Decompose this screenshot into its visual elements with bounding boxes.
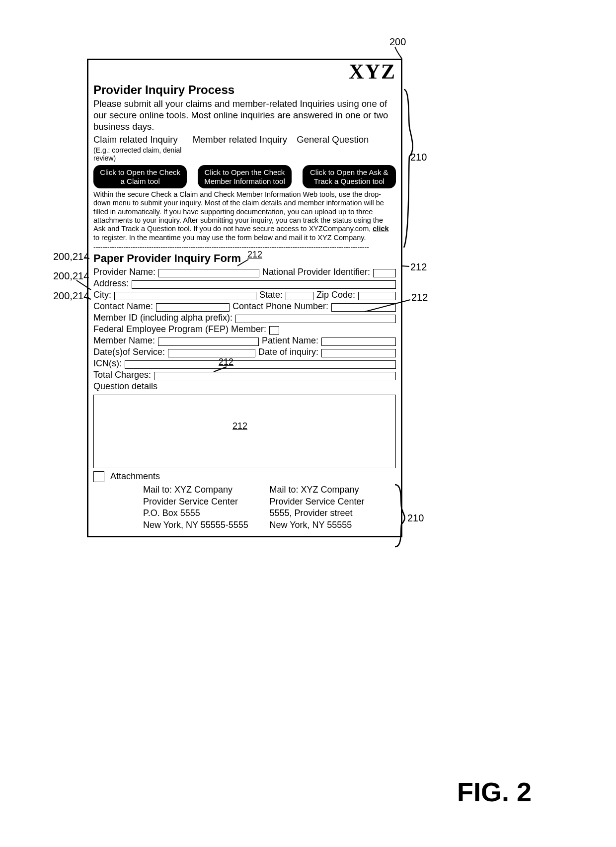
field-member-name[interactable] [158, 338, 259, 346]
field-dos[interactable] [168, 349, 255, 357]
ref-200-214-b: 200,214 [53, 270, 89, 282]
mail-col-b: Mail to: XYZ Company Provider Service Ce… [270, 484, 396, 531]
open-ask-track-button[interactable]: Click to Open the Ask & Track a Question… [303, 165, 396, 188]
register-link[interactable]: click [373, 225, 388, 233]
label-qdetails: Question details [93, 381, 157, 392]
mail-b4: New York, NY 55555 [270, 519, 396, 531]
mail-b2: Provider Service Center [270, 496, 396, 508]
mail-b1: Mail to: XYZ Company [270, 484, 396, 496]
figure-label: FIG. 2 [457, 776, 532, 807]
label-zip: Zip Code: [316, 290, 355, 300]
field-city[interactable] [114, 292, 256, 300]
ref-200-top: 200 [389, 36, 406, 48]
col-member-head: Member related Inquiry [193, 134, 292, 145]
field-zip[interactable] [358, 292, 396, 300]
open-check-member-button[interactable]: Click to Open the Check Member Informati… [198, 165, 291, 188]
ref-212-b: 212 [219, 357, 233, 367]
field-doi[interactable] [321, 349, 396, 357]
label-doi: Date of inquiry: [258, 347, 318, 357]
open-check-claim-button[interactable]: Click to Open the Check a Claim tool [93, 165, 187, 188]
logo-text: XYZ [93, 60, 396, 82]
field-npi[interactable] [373, 269, 396, 277]
field-contact-phone[interactable] [331, 303, 396, 312]
label-dos: Date(s)of Service: [93, 347, 165, 357]
intro-text: Please submit all your claims and member… [93, 98, 396, 132]
mail-a1: Mail to: XYZ Company [143, 484, 270, 496]
field-address[interactable] [132, 280, 396, 289]
field-provider-name[interactable] [158, 269, 259, 277]
label-contact-name: Contact Name: [93, 301, 153, 312]
label-patient-name: Patient Name: [262, 336, 318, 346]
ref-212-c: 212 [232, 421, 247, 431]
label-contact-phone: Contact Phone Number: [232, 301, 328, 312]
ref-210-b: 210 [407, 512, 424, 524]
label-icn: ICN(s): [93, 358, 122, 369]
label-member-id: Member ID (including alpha prefix): [93, 313, 232, 323]
field-total[interactable] [154, 372, 396, 380]
mail-columns: Mail to: XYZ Company Provider Service Ce… [93, 484, 396, 531]
inquiry-type-row: Claim related Inquiry (E.g.: corrected c… [93, 134, 396, 162]
field-fep-checkbox[interactable] [269, 326, 279, 335]
checkbox-attachments[interactable] [93, 471, 104, 482]
field-member-id[interactable] [235, 315, 396, 323]
ref-200-214-a: 200,214 [53, 251, 89, 262]
divider-dashes: ----------------------------------------… [93, 243, 396, 251]
label-provider-name: Provider Name: [93, 267, 155, 277]
form-panel: XYZ Provider Inquiry Process Please subm… [87, 59, 402, 537]
label-city: City: [93, 290, 111, 300]
label-attachments: Attachments [110, 471, 160, 481]
ref-212-a: 212 [247, 250, 262, 260]
ref-200-214-c: 200,214 [53, 290, 89, 302]
label-member-name: Member Name: [93, 336, 155, 346]
info-paragraph: Within the secure Check a Claim and Chec… [93, 190, 396, 242]
col-claim-eg: (E.g.: corrected claim, denial review) [93, 146, 193, 162]
info-pre: Within the secure Check a Claim and Chec… [93, 190, 384, 233]
ref-212-npi: 212 [410, 261, 427, 273]
info-post: to register. In the meantime you may use… [93, 234, 366, 242]
mail-a2: Provider Service Center [143, 496, 270, 508]
field-state[interactable] [286, 292, 313, 300]
label-address: Address: [93, 278, 129, 289]
mail-b3: 5555, Provider street [270, 508, 396, 519]
button-row: Click to Open the Check a Claim tool Cli… [93, 165, 396, 188]
ref-212-phone: 212 [411, 292, 428, 303]
col-claim-head: Claim related Inquiry [93, 134, 193, 145]
mail-col-a: Mail to: XYZ Company Provider Service Ce… [143, 484, 270, 531]
mail-a4: New York, NY 55555-5555 [143, 519, 270, 531]
label-total: Total Charges: [93, 370, 151, 380]
attachments-row: Attachments [93, 471, 396, 482]
ref-210-a: 210 [410, 152, 427, 163]
paper-form-title: Paper Provider Inquiry Form [93, 252, 241, 265]
page-title: Provider Inquiry Process [93, 83, 396, 97]
field-patient-name[interactable] [321, 338, 396, 346]
field-icn[interactable] [125, 360, 396, 369]
col-general-head: General Question [297, 134, 396, 145]
label-fep: Federal Employee Program (FEP) Member: [93, 324, 266, 335]
mail-a3: P.O. Box 5555 [143, 508, 270, 519]
field-contact-name[interactable] [156, 303, 230, 312]
label-npi: National Provider Identifier: [262, 267, 370, 277]
label-state: State: [259, 290, 283, 300]
field-question-details[interactable] [93, 395, 396, 468]
